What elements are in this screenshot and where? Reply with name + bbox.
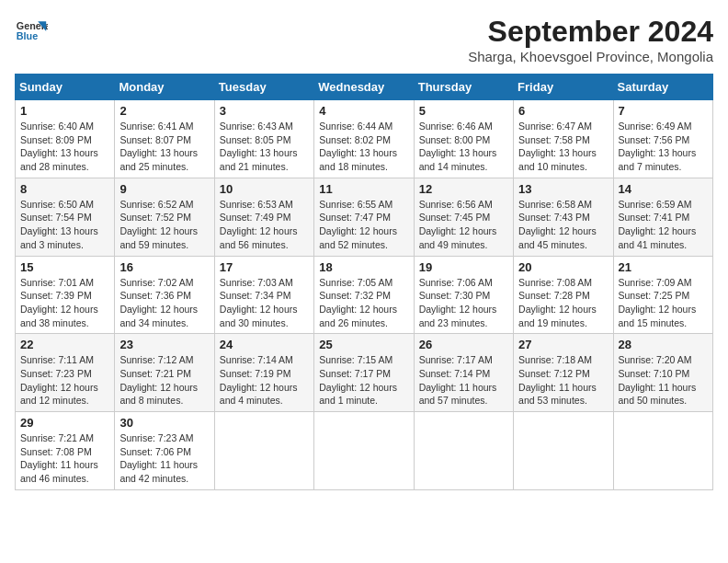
calendar-cell: 21 Sunrise: 7:09 AMSunset: 7:25 PMDaylig… — [613, 256, 712, 334]
calendar-cell — [613, 412, 712, 490]
day-number: 2 — [119, 104, 209, 118]
day-number: 15 — [20, 260, 109, 274]
header-day-wednesday: Wednesday — [314, 75, 414, 100]
calendar-cell: 29 Sunrise: 7:21 AMSunset: 7:08 PMDaylig… — [16, 412, 115, 490]
day-info: Sunrise: 6:56 AMSunset: 7:45 PMDaylight:… — [419, 198, 508, 252]
calendar-cell: 14 Sunrise: 6:59 AMSunset: 7:41 PMDaylig… — [613, 178, 712, 256]
header-row: SundayMondayTuesdayWednesdayThursdayFrid… — [16, 75, 713, 100]
calendar-week-2: 15 Sunrise: 7:01 AMSunset: 7:39 PMDaylig… — [16, 256, 713, 334]
day-info: Sunrise: 6:49 AMSunset: 7:56 PMDaylight:… — [619, 120, 708, 174]
day-number: 11 — [319, 182, 408, 196]
calendar-cell — [414, 412, 513, 490]
day-info: Sunrise: 7:18 AMSunset: 7:12 PMDaylight:… — [518, 353, 608, 408]
calendar-cell: 1 Sunrise: 6:40 AMSunset: 8:09 PMDayligh… — [16, 100, 115, 178]
calendar-week-0: 1 Sunrise: 6:40 AMSunset: 8:09 PMDayligh… — [16, 100, 713, 178]
day-info: Sunrise: 7:12 AMSunset: 7:21 PMDaylight:… — [119, 353, 209, 408]
main-title: September 2024 — [468, 15, 713, 49]
day-info: Sunrise: 6:59 AMSunset: 7:41 PMDaylight:… — [619, 198, 708, 252]
calendar-cell: 28 Sunrise: 7:20 AMSunset: 7:10 PMDaylig… — [613, 334, 712, 412]
calendar-cell: 12 Sunrise: 6:56 AMSunset: 7:45 PMDaylig… — [414, 178, 513, 256]
calendar-cell: 24 Sunrise: 7:14 AMSunset: 7:19 PMDaylig… — [214, 334, 313, 412]
calendar-week-1: 8 Sunrise: 6:50 AMSunset: 7:54 PMDayligh… — [16, 178, 713, 256]
calendar-cell: 3 Sunrise: 6:43 AMSunset: 8:05 PMDayligh… — [214, 100, 313, 178]
calendar-cell: 25 Sunrise: 7:15 AMSunset: 7:17 PMDaylig… — [314, 334, 414, 412]
subtitle: Sharga, Khoevsgoel Province, Mongolia — [468, 49, 713, 64]
calendar-cell: 4 Sunrise: 6:44 AMSunset: 8:02 PMDayligh… — [314, 100, 414, 178]
day-info: Sunrise: 6:53 AMSunset: 7:49 PMDaylight:… — [220, 198, 309, 252]
day-number: 24 — [220, 338, 309, 351]
day-info: Sunrise: 6:41 AMSunset: 8:07 PMDaylight:… — [119, 120, 209, 174]
day-number: 19 — [419, 260, 508, 274]
header-day-monday: Monday — [115, 75, 214, 100]
day-number: 28 — [619, 338, 708, 351]
day-info: Sunrise: 7:05 AMSunset: 7:32 PMDaylight:… — [319, 276, 408, 330]
day-info: Sunrise: 7:14 AMSunset: 7:19 PMDaylight:… — [220, 353, 309, 408]
day-number: 14 — [619, 182, 708, 196]
day-info: Sunrise: 6:50 AMSunset: 7:54 PMDaylight:… — [20, 198, 109, 252]
day-info: Sunrise: 7:03 AMSunset: 7:34 PMDaylight:… — [220, 276, 309, 330]
day-info: Sunrise: 7:21 AMSunset: 7:08 PMDaylight:… — [20, 431, 109, 486]
calendar-cell: 26 Sunrise: 7:17 AMSunset: 7:14 PMDaylig… — [414, 334, 513, 412]
logo: General Blue — [15, 15, 48, 48]
calendar-cell: 20 Sunrise: 7:08 AMSunset: 7:28 PMDaylig… — [514, 256, 613, 334]
day-info: Sunrise: 7:01 AMSunset: 7:39 PMDaylight:… — [20, 276, 109, 330]
day-number: 8 — [20, 182, 109, 196]
day-info: Sunrise: 7:08 AMSunset: 7:28 PMDaylight:… — [518, 276, 608, 330]
calendar-cell: 11 Sunrise: 6:55 AMSunset: 7:47 PMDaylig… — [314, 178, 414, 256]
calendar-cell: 2 Sunrise: 6:41 AMSunset: 8:07 PMDayligh… — [115, 100, 214, 178]
day-number: 12 — [419, 182, 508, 196]
calendar-cell: 5 Sunrise: 6:46 AMSunset: 8:00 PMDayligh… — [414, 100, 513, 178]
calendar-cell: 15 Sunrise: 7:01 AMSunset: 7:39 PMDaylig… — [16, 256, 115, 334]
calendar-body: 1 Sunrise: 6:40 AMSunset: 8:09 PMDayligh… — [16, 100, 713, 490]
calendar-cell: 23 Sunrise: 7:12 AMSunset: 7:21 PMDaylig… — [115, 334, 214, 412]
day-number: 21 — [619, 260, 708, 274]
day-number: 16 — [119, 260, 209, 274]
calendar-cell: 9 Sunrise: 6:52 AMSunset: 7:52 PMDayligh… — [115, 178, 214, 256]
day-number: 10 — [220, 182, 309, 196]
day-info: Sunrise: 7:09 AMSunset: 7:25 PMDaylight:… — [619, 276, 708, 330]
day-info: Sunrise: 7:06 AMSunset: 7:30 PMDaylight:… — [419, 276, 508, 330]
calendar-cell: 13 Sunrise: 6:58 AMSunset: 7:43 PMDaylig… — [514, 178, 613, 256]
header-day-saturday: Saturday — [613, 75, 712, 100]
day-info: Sunrise: 6:52 AMSunset: 7:52 PMDaylight:… — [119, 198, 209, 252]
day-number: 7 — [619, 104, 708, 118]
day-number: 6 — [518, 104, 608, 118]
day-info: Sunrise: 6:58 AMSunset: 7:43 PMDaylight:… — [518, 198, 608, 252]
calendar-cell: 27 Sunrise: 7:18 AMSunset: 7:12 PMDaylig… — [514, 334, 613, 412]
header: General Blue September 2024 Sharga, Khoe… — [15, 15, 713, 64]
svg-text:Blue: Blue — [17, 30, 38, 41]
day-number: 29 — [20, 416, 109, 430]
day-number: 26 — [419, 338, 508, 351]
calendar-cell: 22 Sunrise: 7:11 AMSunset: 7:23 PMDaylig… — [16, 334, 115, 412]
day-number: 30 — [119, 416, 209, 430]
calendar-cell: 30 Sunrise: 7:23 AMSunset: 7:06 PMDaylig… — [115, 412, 214, 490]
day-info: Sunrise: 6:46 AMSunset: 8:00 PMDaylight:… — [419, 120, 508, 174]
header-day-sunday: Sunday — [16, 75, 115, 100]
day-info: Sunrise: 7:15 AMSunset: 7:17 PMDaylight:… — [319, 353, 408, 408]
day-number: 20 — [518, 260, 608, 274]
day-number: 4 — [319, 104, 408, 118]
day-number: 25 — [319, 338, 408, 351]
day-info: Sunrise: 6:40 AMSunset: 8:09 PMDaylight:… — [20, 120, 109, 174]
day-info: Sunrise: 7:11 AMSunset: 7:23 PMDaylight:… — [20, 353, 109, 408]
calendar-cell: 8 Sunrise: 6:50 AMSunset: 7:54 PMDayligh… — [16, 178, 115, 256]
day-number: 1 — [20, 104, 109, 118]
calendar-cell: 19 Sunrise: 7:06 AMSunset: 7:30 PMDaylig… — [414, 256, 513, 334]
day-info: Sunrise: 7:20 AMSunset: 7:10 PMDaylight:… — [619, 353, 708, 408]
title-block: September 2024 Sharga, Khoevsgoel Provin… — [468, 15, 713, 64]
calendar-table: SundayMondayTuesdayWednesdayThursdayFrid… — [15, 74, 713, 490]
calendar-week-4: 29 Sunrise: 7:21 AMSunset: 7:08 PMDaylig… — [16, 412, 713, 490]
day-number: 13 — [518, 182, 608, 196]
day-info: Sunrise: 6:47 AMSunset: 7:58 PMDaylight:… — [518, 120, 608, 174]
calendar-cell: 16 Sunrise: 7:02 AMSunset: 7:36 PMDaylig… — [115, 256, 214, 334]
logo-icon: General Blue — [15, 15, 48, 48]
day-number: 23 — [119, 338, 209, 351]
day-info: Sunrise: 7:23 AMSunset: 7:06 PMDaylight:… — [119, 431, 209, 486]
calendar-cell — [314, 412, 414, 490]
day-info: Sunrise: 6:43 AMSunset: 8:05 PMDaylight:… — [220, 120, 309, 174]
day-number: 18 — [319, 260, 408, 274]
day-info: Sunrise: 7:17 AMSunset: 7:14 PMDaylight:… — [419, 353, 508, 408]
header-day-tuesday: Tuesday — [214, 75, 313, 100]
calendar-cell: 6 Sunrise: 6:47 AMSunset: 7:58 PMDayligh… — [514, 100, 613, 178]
header-day-thursday: Thursday — [414, 75, 513, 100]
